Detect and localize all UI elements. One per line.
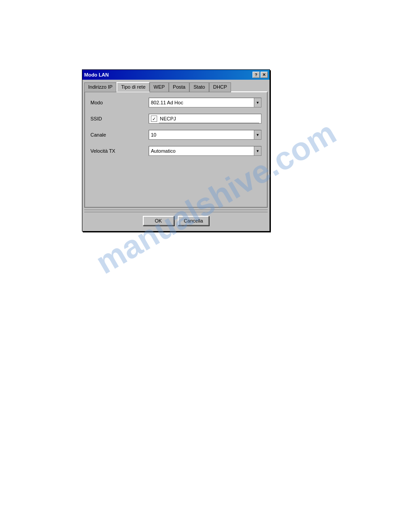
canale-row: Canale 10 ▼ [90, 130, 261, 140]
tab-stato[interactable]: Stato [189, 82, 209, 92]
tab-posta[interactable]: Posta [169, 82, 189, 92]
modo-row: Modo 802.11 Ad Hoc ▼ [90, 98, 261, 107]
velocita-tx-row: Velocità TX Automatico ▼ [90, 146, 261, 156]
velocita-tx-value: Automatico [151, 148, 253, 154]
modo-dropdown[interactable]: 802.11 Ad Hoc ▼ [149, 98, 261, 107]
dialog-title: Modo LAN [84, 72, 109, 77]
help-button[interactable]: ? [253, 72, 260, 78]
cancel-button[interactable]: Cancella [178, 216, 210, 226]
dialog-window: Modo LAN ? ✕ Indirizzo IP Tipo di rete W… [82, 69, 270, 232]
canale-dropdown[interactable]: 10 ▼ [149, 130, 261, 140]
content-area: Modo 802.11 Ad Hoc ▼ SSID ✓ Canale 10 ▼ [84, 91, 268, 208]
tabs-container: Indirizzo IP Tipo di rete WEP Posta Stat… [82, 80, 270, 91]
ok-button[interactable]: OK [143, 216, 174, 226]
tab-indirizzo-ip[interactable]: Indirizzo IP [84, 82, 116, 92]
tab-dhcp[interactable]: DHCP [209, 82, 231, 92]
ssid-label: SSID [90, 116, 149, 121]
velocita-tx-label: Velocità TX [90, 148, 149, 154]
close-button[interactable]: ✕ [261, 72, 268, 78]
canale-dropdown-arrow[interactable]: ▼ [254, 130, 261, 139]
title-bar-buttons: ? ✕ [253, 72, 268, 78]
canale-value: 10 [151, 132, 253, 137]
ssid-field[interactable]: ✓ [149, 114, 261, 124]
ssid-input[interactable] [159, 114, 259, 123]
ssid-row: SSID ✓ [90, 114, 261, 124]
tab-wep[interactable]: WEP [150, 82, 169, 92]
ssid-checkbox[interactable]: ✓ [151, 116, 157, 122]
modo-label: Modo [90, 100, 149, 105]
modo-dropdown-arrow[interactable]: ▼ [254, 98, 261, 107]
velocita-tx-dropdown-arrow[interactable]: ▼ [254, 146, 261, 155]
tab-tipo-di-rete[interactable]: Tipo di rete [116, 82, 150, 92]
ssid-checkbox-check: ✓ [152, 116, 156, 121]
title-bar: Modo LAN ? ✕ [82, 70, 270, 80]
button-area: OK Cancella [84, 212, 268, 229]
velocita-tx-dropdown[interactable]: Automatico ▼ [149, 146, 261, 156]
canale-label: Canale [90, 132, 149, 137]
separator [84, 210, 268, 210]
modo-value: 802.11 Ad Hoc [151, 100, 253, 105]
